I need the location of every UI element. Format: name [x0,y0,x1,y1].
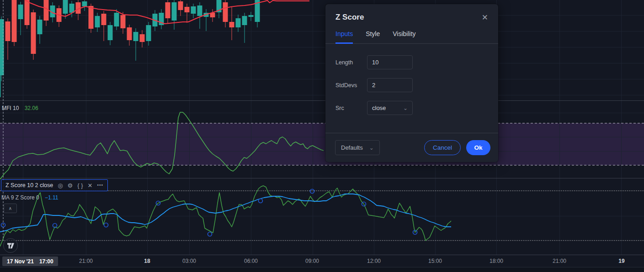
chart-canvas[interactable] [0,0,644,272]
candle-body [0,19,4,75]
dialog-header: Z Score ✕ [325,4,498,27]
candle-body [114,13,119,26]
candle-body [140,34,145,42]
dialog-body: Length StdDevs Src close ⌄ [325,44,498,115]
cross-marker [259,199,263,203]
cancel-button[interactable]: Cancel [424,140,461,155]
crosshair-date: 17 Nov '21 [7,258,34,265]
defaults-label: Defaults [341,144,363,151]
stddevs-label: StdDevs [335,82,367,89]
candle-body [249,15,254,17]
time-label: 19 [618,258,624,264]
close-icon[interactable]: ✕ [88,183,93,188]
candle-body [95,16,100,27]
candle-body [191,6,196,14]
bottom-edge-strip [0,267,644,272]
length-label: Length [335,59,367,66]
length-row: Length [335,55,488,69]
time-label: 21:00 [79,258,93,264]
more-icon[interactable]: ••• [97,183,103,188]
candle-body [165,2,170,18]
crosshair-time-badge: 17 Nov '21 17:00 [2,256,58,266]
candle-body [89,6,94,29]
candle-body [31,12,36,54]
ma-status-value: −1.11 [45,194,58,201]
tradingview-logo[interactable] [3,238,18,253]
gear-icon[interactable]: ⚙ [68,183,73,188]
candle-body [44,0,49,21]
candle-body [63,0,68,14]
mfi-band [0,123,644,165]
candle-body [185,7,190,12]
mfi-legend-title: MFI 10 [2,105,19,111]
candle-body [172,2,177,21]
candle-body [108,25,113,40]
src-row: Src close ⌄ [335,101,488,115]
candle-body [197,5,202,16]
candle-body [25,0,30,25]
candle-body [101,14,106,25]
candle-body [5,21,11,41]
time-label: 15:00 [428,258,442,264]
src-select[interactable]: close ⌄ [367,101,413,115]
ok-button[interactable]: Ok [466,140,490,155]
pane-collapse-button[interactable]: ∧ [4,204,17,213]
candle-body [37,20,43,34]
crosshair-time: 17:00 [39,258,53,265]
candle-body [242,16,247,25]
time-label: 03:00 [182,258,196,264]
candle-body [127,27,132,40]
ma-status-line[interactable]: MA 9 Z Score 0 −1.11 [1,194,59,201]
tab-style[interactable]: Style [366,27,380,43]
zscore-legend-title: Z Score 10 2 close [5,182,53,188]
dialog-title: Z Score [335,13,364,22]
candle-body [229,22,234,27]
ma-status-label: MA 9 Z Score 0 [1,194,39,201]
dialog-tabs: Inputs Style Visibility [325,27,498,44]
stddevs-input[interactable] [367,78,413,92]
dialog-footer: Defaults ⌄ Cancel Ok [325,133,498,162]
time-label: 18 [144,258,150,264]
time-axis[interactable]: 17 Nov '21 17:00 21:001803:0006:0009:001… [0,255,644,267]
chevron-down-icon: ⌄ [369,145,374,151]
time-label: 18:00 [490,258,503,264]
source-code-icon[interactable]: { } [77,183,83,188]
mfi-legend-value: 32.06 [25,105,38,111]
src-select-value: close [372,105,386,111]
candle-body [178,1,183,10]
cross-marker [104,223,108,227]
candle-body [133,32,138,41]
time-label: 09:00 [305,258,319,264]
tv-monogram-icon [7,242,14,249]
chevron-up-icon: ∧ [9,206,12,211]
defaults-dropdown[interactable]: Defaults ⌄ [335,140,380,155]
dialog-actions: Cancel Ok [424,140,490,155]
candle-body [146,25,151,41]
indicator-settings-dialog: Z Score ✕ Inputs Style Visibility Length… [325,4,498,162]
candle-body [18,5,23,19]
dialog-close-icon[interactable]: ✕ [482,14,488,21]
candle-body [82,1,87,6]
eye-icon[interactable]: ◎ [58,183,63,188]
chevron-down-icon: ⌄ [403,105,408,111]
tab-visibility[interactable]: Visibility [393,27,415,43]
candle-body [236,18,241,27]
src-label: Src [335,105,367,111]
cross-marker [310,189,314,194]
time-label: 06:00 [244,258,258,264]
candle-body [121,15,126,28]
time-label: 21:00 [553,258,566,264]
tab-inputs[interactable]: Inputs [335,27,353,43]
time-label: 12:00 [367,258,381,264]
zscore-legend-toolbar[interactable]: Z Score 10 2 close ◎ ⚙ { } ✕ ••• [1,179,108,191]
cross-marker [208,232,212,236]
candle-body [223,2,228,22]
candle-body [12,0,17,42]
stddevs-row: StdDevs [335,78,488,92]
length-input[interactable] [367,55,413,69]
mfi-legend[interactable]: MFI 10 32.06 [2,105,38,111]
zscore-ma-line [0,194,451,232]
